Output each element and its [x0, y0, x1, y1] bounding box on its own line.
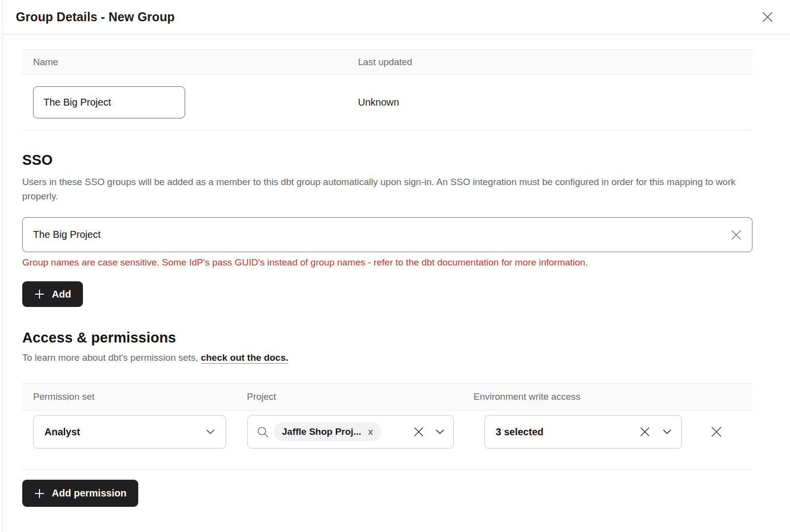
project-clear-button[interactable]: [413, 426, 425, 438]
add-permission-button[interactable]: Add permission: [22, 480, 138, 507]
sso-group-field: [22, 217, 752, 252]
permissions-table: Permission set Project Environment write…: [22, 383, 752, 470]
page-title: Group Details - New Group: [16, 10, 175, 24]
delete-icon: [710, 425, 723, 439]
column-header-name: Name: [22, 57, 347, 68]
access-permissions-heading: Access & permissions: [22, 330, 752, 346]
sso-heading: SSO: [22, 152, 752, 168]
chevron-down-icon[interactable]: [435, 429, 444, 435]
environment-access-value: 3 selected: [496, 426, 544, 438]
permission-set-value: Analyst: [44, 426, 80, 438]
sso-group-input[interactable]: [22, 217, 752, 252]
close-button[interactable]: [761, 10, 774, 24]
clear-icon: [639, 426, 651, 438]
add-button-label: Add: [52, 289, 71, 300]
add-sso-group-button[interactable]: Add: [22, 281, 83, 307]
project-tag-label: Jaffle Shop Proj...: [282, 426, 361, 437]
group-table-header: Name Last updated: [22, 49, 752, 75]
group-info-table: Name Last updated Unknown: [22, 49, 752, 130]
modal-header: Group Details - New Group: [3, 0, 790, 35]
close-icon: [761, 10, 774, 24]
add-permission-button-label: Add permission: [52, 488, 126, 499]
column-header-environment-write-access: Environment write access: [463, 391, 752, 402]
environment-clear-button[interactable]: [639, 426, 651, 438]
plus-icon: [34, 289, 45, 300]
clear-icon: [413, 426, 425, 438]
search-icon: [257, 426, 269, 438]
column-header-project: Project: [236, 391, 463, 402]
project-tag: Jaffle Shop Proj... x: [274, 422, 381, 441]
permission-row: Analyst Jaffle: [22, 411, 752, 470]
last-updated-value: Unknown: [347, 97, 752, 108]
chevron-down-icon: [206, 429, 215, 435]
access-permissions-section: Access & permissions To learn more about…: [22, 330, 752, 507]
sso-description: Users in these SSO groups will be added …: [22, 175, 752, 203]
column-header-last-updated: Last updated: [347, 57, 752, 68]
sso-warning-text: Group names are case sensitive. Some IdP…: [22, 257, 752, 268]
sso-section: SSO Users in these SSO groups will be ad…: [22, 152, 752, 307]
permissions-table-header: Permission set Project Environment write…: [22, 383, 752, 411]
permissions-description: To learn more about dbt's permission set…: [22, 352, 752, 363]
permission-set-select[interactable]: Analyst: [33, 415, 226, 449]
chevron-down-icon[interactable]: [663, 429, 672, 435]
delete-permission-row-button[interactable]: [710, 425, 723, 439]
permissions-description-text: To learn more about dbt's permission set…: [22, 352, 201, 363]
tag-remove-icon[interactable]: x: [368, 427, 373, 436]
group-details-modal: Group Details - New Group Name Last upda…: [2, 0, 790, 532]
plus-icon: [34, 488, 45, 499]
table-row: Unknown: [22, 75, 752, 130]
column-header-permission-set: Permission set: [22, 391, 236, 402]
project-multiselect[interactable]: Jaffle Shop Proj... x: [247, 415, 454, 449]
group-name-input[interactable]: [33, 86, 185, 118]
sso-clear-button[interactable]: [730, 228, 743, 241]
environment-access-select[interactable]: 3 selected: [484, 415, 682, 449]
docs-link[interactable]: check out the docs.: [201, 352, 288, 363]
clear-icon: [730, 228, 743, 241]
